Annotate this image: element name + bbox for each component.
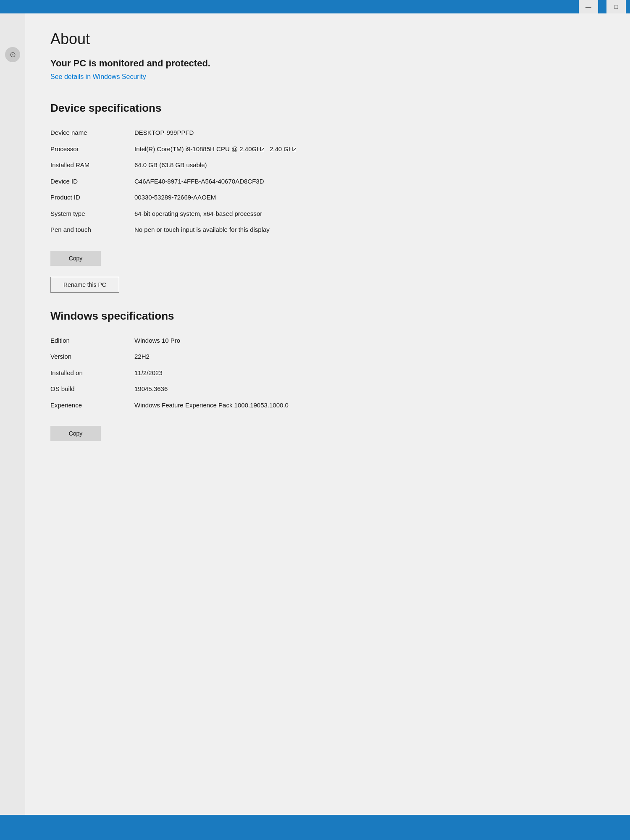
copy-device-specs-button[interactable]: Copy [50,251,101,266]
table-row: Processor Intel(R) Core(TM) i9-10885H CP… [50,141,378,158]
search-icon[interactable]: ⊙ [5,47,20,62]
device-specs-table: Device name DESKTOP-999PPFD Processor In… [50,125,378,238]
table-row: Pen and touch No pen or touch input is a… [50,222,378,238]
table-row: Experience Windows Feature Experience Pa… [50,397,378,414]
spec-label-processor: Processor [50,144,134,154]
spec-label-pen-touch: Pen and touch [50,225,134,235]
spec-value-system-type: 64-bit operating system, x64-based proce… [134,209,378,219]
table-row: Installed on 11/2/2023 [50,365,378,381]
device-specs-buttons: Copy [50,251,378,273]
spec-label-version: Version [50,352,134,362]
table-row: Product ID 00330-53289-72669-AAOEM [50,189,378,206]
table-row: OS build 19045.3636 [50,381,378,397]
bottom-taskbar [0,815,630,840]
spec-label-experience: Experience [50,401,134,410]
main-window: About Your PC is monitored and protected… [25,13,630,815]
table-row: Device ID C46AFE40-8971-4FFB-A564-40670A… [50,173,378,190]
spec-value-os-build: 19045.3636 [134,384,378,394]
rename-pc-button[interactable]: Rename this PC [50,277,119,293]
sidebar: ⊙ [0,13,25,815]
spec-label-installed-on: Installed on [50,368,134,378]
spec-value-ram: 64.0 GB (63.8 GB usable) [134,160,378,170]
page-title: About [50,30,378,48]
windows-specs-table: Edition Windows 10 Pro Version 22H2 Inst… [50,333,378,414]
spec-value-installed-on: 11/2/2023 [134,368,378,378]
spec-value-product-id: 00330-53289-72669-AAOEM [134,193,378,202]
table-row: Version 22H2 [50,349,378,365]
spec-label-device-id: Device ID [50,177,134,186]
table-row: Device name DESKTOP-999PPFD [50,125,378,141]
spec-value-pen-touch: No pen or touch input is available for t… [134,225,378,235]
spec-value-experience: Windows Feature Experience Pack 1000.190… [134,401,378,410]
spec-value-version: 22H2 [134,352,378,362]
window-titlebar: — □ [0,0,630,13]
security-status-text: Your PC is monitored and protected. [50,58,378,69]
spec-value-processor: Intel(R) Core(TM) i9-10885H CPU @ 2.40GH… [134,144,378,154]
windows-specs-title: Windows specifications [50,310,378,323]
spec-label-os-build: OS build [50,384,134,394]
rename-button-container: Rename this PC [50,277,378,305]
spec-value-device-name: DESKTOP-999PPFD [134,128,378,138]
spec-label-device-name: Device name [50,128,134,138]
spec-label-system-type: System type [50,209,134,219]
minimize-button[interactable]: — [579,0,598,13]
spec-label-edition: Edition [50,336,134,346]
spec-label-ram: Installed RAM [50,160,134,170]
restore-button[interactable]: □ [606,0,626,13]
table-row: System type 64-bit operating system, x64… [50,206,378,222]
copy-windows-specs-button[interactable]: Copy [50,426,101,441]
table-row: Edition Windows 10 Pro [50,333,378,349]
spec-value-device-id: C46AFE40-8971-4FFB-A564-40670AD8CF3D [134,177,378,186]
windows-specs-buttons: Copy [50,426,378,448]
windows-security-link[interactable]: See details in Windows Security [50,73,146,81]
content-area: About Your PC is monitored and protected… [25,13,403,477]
device-specs-title: Device specifications [50,102,378,115]
spec-value-edition: Windows 10 Pro [134,336,378,346]
table-row: Installed RAM 64.0 GB (63.8 GB usable) [50,157,378,173]
spec-label-product-id: Product ID [50,193,134,202]
